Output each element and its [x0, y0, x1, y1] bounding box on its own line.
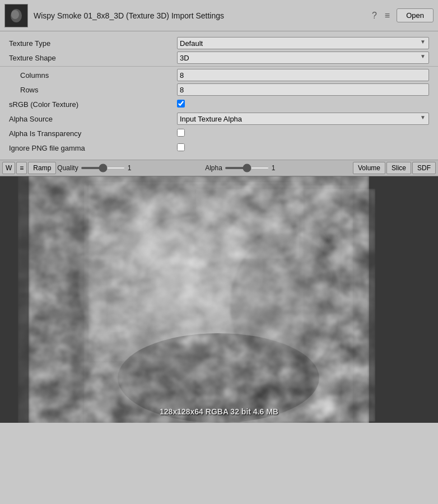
- w-label: W: [6, 164, 12, 172]
- w-button[interactable]: W: [2, 162, 15, 174]
- quality-group: Quality 1: [57, 164, 204, 172]
- png-gamma-label: Ignore PNG file gamma: [9, 144, 177, 152]
- slice-button[interactable]: Slice: [386, 162, 411, 174]
- alpha-source-select[interactable]: None Input Texture Alpha From Gray Scale: [177, 113, 429, 125]
- rows-row: Rows: [0, 82, 438, 97]
- help-button[interactable]: ?: [370, 10, 379, 22]
- rows-input[interactable]: [177, 83, 429, 96]
- lines-icon-button[interactable]: ≡: [16, 162, 27, 174]
- preview-area: 128x128x64 RGBA 32 bit 4.6 MB: [0, 176, 438, 423]
- sdf-button[interactable]: SDF: [412, 162, 436, 174]
- texture-type-label: Texture Type: [9, 39, 177, 48]
- ramp-button[interactable]: Ramp: [28, 162, 56, 174]
- texture-type-control: Default Normal map Sprite (2D and UI) Si…: [177, 37, 429, 49]
- title-bar: Wispy Smoke 01_8x8_3D (Texture 3D) Impor…: [0, 0, 438, 31]
- columns-input[interactable]: [177, 69, 429, 81]
- srgb-row: sRGB (Color Texture): [0, 97, 438, 111]
- srgb-control: [177, 100, 429, 109]
- alpha-value: 1: [272, 164, 281, 172]
- texture-type-row: Texture Type Default Normal map Sprite (…: [0, 36, 438, 50]
- window-title: Wispy Smoke 01_8x8_3D (Texture 3D) Impor…: [34, 11, 370, 20]
- srgb-label: sRGB (Color Texture): [9, 100, 177, 109]
- alpha-slider-label: Alpha: [205, 164, 222, 172]
- alpha-source-row: Alpha Source None Input Texture Alpha Fr…: [0, 111, 438, 126]
- png-gamma-checkbox[interactable]: [177, 143, 185, 151]
- quality-value: 1: [128, 164, 137, 172]
- columns-label: Columns: [9, 71, 177, 80]
- title-icons: ? ≡: [370, 10, 392, 22]
- texture-shape-control: 2D Cube 2D Array 3D: [177, 52, 429, 64]
- alpha-transparency-label: Alpha Is Transparency: [9, 129, 177, 138]
- open-button[interactable]: Open: [397, 8, 434, 22]
- quality-label: Quality: [57, 164, 78, 172]
- texture-shape-row: Texture Shape 2D Cube 2D Array 3D: [0, 50, 438, 65]
- alpha-transparency-row: Alpha Is Transparency: [0, 126, 438, 141]
- lines-icon: ≡: [20, 164, 24, 172]
- srgb-checkbox[interactable]: [177, 100, 185, 108]
- alpha-source-label: Alpha Source: [9, 115, 177, 123]
- alpha-slider[interactable]: [225, 167, 269, 169]
- svg-point-2: [11, 10, 19, 19]
- png-gamma-control: [177, 143, 429, 153]
- alpha-source-control: None Input Texture Alpha From Gray Scale: [177, 113, 429, 125]
- columns-control: [177, 69, 429, 81]
- preview-info: 128x128x64 RGBA 32 bit 4.6 MB: [0, 407, 438, 416]
- settings-panel: Texture Type Default Normal map Sprite (…: [0, 31, 438, 160]
- rows-control: [177, 83, 429, 96]
- png-gamma-row: Ignore PNG file gamma: [0, 141, 438, 155]
- texture-thumbnail: [4, 4, 28, 27]
- texture-shape-label: Texture Shape: [9, 54, 177, 62]
- alpha-transparency-control: [177, 129, 429, 138]
- rows-label: Rows: [9, 86, 177, 94]
- volume-button[interactable]: Volume: [353, 162, 385, 174]
- smoke-preview: [0, 176, 438, 423]
- alpha-transparency-checkbox[interactable]: [177, 129, 185, 137]
- preview-toolbar: W ≡ Ramp Quality 1 Alpha 1 Volume Slice …: [0, 160, 438, 176]
- texture-shape-select[interactable]: 2D Cube 2D Array 3D: [177, 52, 429, 64]
- texture-type-select[interactable]: Default Normal map Sprite (2D and UI) Si…: [177, 37, 429, 49]
- quality-slider[interactable]: [81, 167, 125, 169]
- menu-button[interactable]: ≡: [383, 10, 392, 22]
- alpha-group: Alpha 1: [205, 164, 352, 172]
- columns-row: Columns: [0, 68, 438, 82]
